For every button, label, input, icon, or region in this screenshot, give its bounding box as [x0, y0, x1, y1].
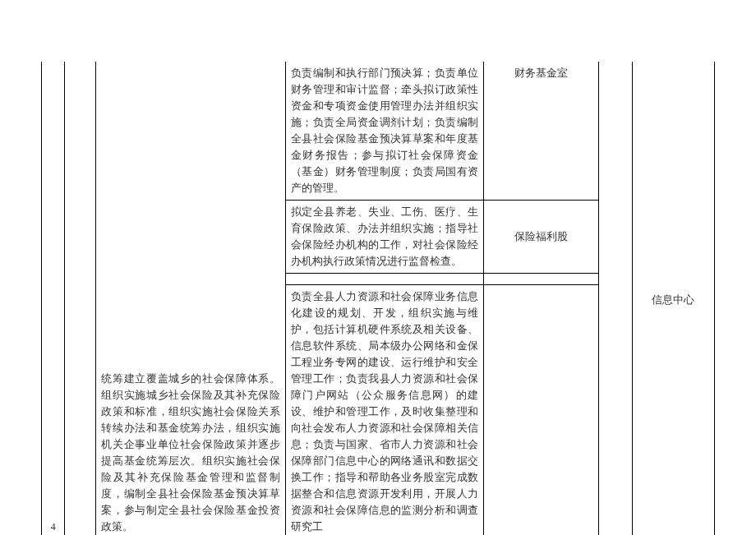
document-page: 4 统筹建立覆盖城乡的社会保障体系。组织实施城乡社会保险及其补充保险政策和标准，… — [0, 0, 756, 535]
sub-description-cell: 负责全县人力资源和社会保障业务信息化建设的规划、开发，组织实施与维护，包括计算机… — [286, 285, 484, 536]
sub-description: 拟定全县养老、失业、工伤、医疗、生育保险政策、办法并组织实施；指导社会保险经办机… — [291, 206, 478, 267]
department-name: 财务基金室 — [514, 67, 568, 79]
main-description: 统筹建立覆盖城乡的社会保障体系。组织实施城乡社会保险及其补充保险政策和标准，组织… — [101, 373, 280, 533]
sub-description: 负责编制和执行部门预决算；负责单位财务管理和审计监督；牵头拟订政策性资金和专项资… — [291, 67, 478, 194]
last-dept-cell: 信息中心 — [632, 62, 714, 535]
department-name: 信息中心 — [652, 294, 694, 306]
table-row: 4 统筹建立覆盖城乡的社会保障体系。组织实施城乡社会保险及其补充保险政策和标准，… — [42, 62, 715, 201]
spacer-cell — [286, 274, 484, 285]
main-description-cell: 统筹建立覆盖城乡的社会保障体系。组织实施城乡社会保险及其补充保险政策和标准，组织… — [96, 62, 286, 535]
department-cell: 保险福利股 — [483, 201, 599, 274]
empty-cell-e — [599, 62, 632, 535]
sub-description-cell: 拟定全县养老、失业、工伤、医疗、生育保险政策、办法并组织实施；指导社会保险经办机… — [286, 201, 484, 274]
sub-description: 负责全县人力资源和社会保障业务信息化建设的规划、开发，组织实施与维护，包括计算机… — [291, 291, 478, 533]
empty-cell-a — [65, 62, 96, 535]
row-index: 4 — [50, 521, 55, 533]
department-name: 保险福利股 — [514, 231, 568, 242]
department-cell — [483, 285, 599, 536]
spacer-cell — [483, 274, 599, 285]
row-index-cell: 4 — [42, 62, 65, 535]
department-cell: 财务基金室 — [483, 62, 599, 201]
sub-description-cell: 负责编制和执行部门预决算；负责单位财务管理和审计监督；牵头拟订政策性资金和专项资… — [286, 62, 484, 201]
responsibility-table: 4 统筹建立覆盖城乡的社会保障体系。组织实施城乡社会保险及其补充保险政策和标准，… — [41, 62, 715, 535]
